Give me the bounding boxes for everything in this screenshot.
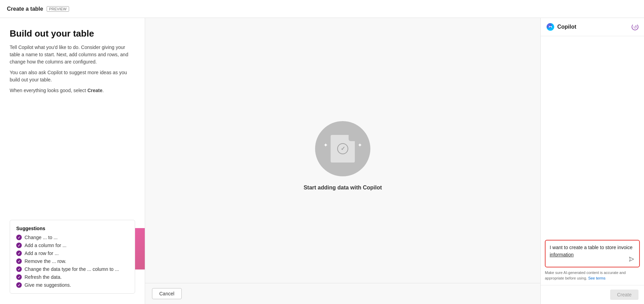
desc-3-suffix: .: [103, 88, 104, 93]
check-icon: [16, 251, 22, 256]
suggestion-text: Change the data type for the ... column …: [25, 266, 119, 272]
suggestion-text: Change ... to ...: [25, 235, 58, 240]
center-bottom-bar: Cancel: [145, 283, 540, 304]
document-icon: [331, 135, 355, 163]
left-panel-heading: Build out your table: [10, 28, 135, 39]
desc-3-prefix: When everything looks good, select: [10, 88, 87, 93]
create-button[interactable]: Create: [610, 290, 638, 300]
description-para-2: You can also ask Copilot to suggest more…: [10, 69, 135, 84]
right-panel: Copilot ↺ I want to create a table to st…: [540, 18, 644, 304]
disclaimer-text: Make sure AI-generated content is accura…: [545, 271, 626, 280]
check-icon: [16, 282, 22, 288]
see-terms-link[interactable]: See terms: [588, 276, 605, 280]
copilot-logo-icon: [546, 23, 555, 31]
checkmark-icon: [337, 143, 348, 154]
desc-3-bold: Create: [87, 88, 103, 93]
left-panel: Build out your table Tell Copilot what y…: [0, 18, 145, 304]
send-button[interactable]: [627, 256, 636, 264]
check-icon: [16, 266, 22, 272]
check-icon: [16, 235, 22, 240]
copilot-title: Copilot: [557, 24, 576, 30]
preview-badge: PREVIEW: [47, 6, 69, 12]
copilot-body: I want to create a table to store invoic…: [541, 36, 644, 285]
main-layout: Build out your table Tell Copilot what y…: [0, 18, 644, 304]
input-text-part1: I want to create a table to store invoic…: [550, 245, 633, 250]
refresh-icon[interactable]: ↺: [632, 23, 638, 30]
page-title: Create a table: [7, 6, 43, 12]
check-icon: [16, 258, 22, 264]
list-item: Change the data type for the ... column …: [16, 266, 129, 272]
suggestion-text: Remove the ... row.: [25, 258, 66, 264]
check-icon: [16, 274, 22, 280]
svg-point-1: [549, 26, 550, 27]
copilot-title-row: Copilot: [546, 23, 576, 31]
send-icon: [629, 256, 634, 262]
copilot-input-area[interactable]: I want to create a table to store invoic…: [545, 240, 640, 267]
list-item: Refresh the data.: [16, 274, 129, 280]
left-panel-description: Tell Copilot what you'd like to do. Cons…: [10, 44, 135, 98]
center-icon-circle: ✦ ✦: [315, 121, 370, 176]
right-panel-bottom: Create: [541, 285, 644, 304]
list-item: Add a row for ...: [16, 251, 129, 256]
center-label: Start adding data with Copilot: [304, 185, 382, 191]
description-para-1: Tell Copilot what you'd like to do. Cons…: [10, 44, 135, 66]
suggestions-title: Suggestions: [16, 226, 129, 231]
svg-point-0: [547, 23, 554, 31]
copilot-input-text: I want to create a table to store invoic…: [550, 244, 635, 258]
list-item: Change ... to ...: [16, 235, 129, 240]
sparkle-icon: ✦: [358, 142, 362, 148]
copilot-disclaimer: Make sure AI-generated content is accura…: [545, 270, 640, 281]
list-item: Remove the ... row.: [16, 258, 129, 264]
sparkle-icon: ✦: [323, 142, 328, 148]
suggestion-text: Give me suggestions.: [25, 282, 71, 288]
center-panel: ✦ ✦ Start adding data with Copilot Cance…: [145, 18, 540, 304]
svg-point-2: [551, 26, 552, 27]
list-item: Give me suggestions.: [16, 282, 129, 288]
suggestions-box: Suggestions Change ... to ... Add a colu…: [10, 220, 135, 294]
description-para-3: When everything looks good, select Creat…: [10, 87, 135, 94]
suggestion-text: Add a column for ...: [25, 243, 66, 248]
check-icon: [16, 243, 22, 248]
list-item: Add a column for ...: [16, 243, 129, 248]
copilot-header: Copilot ↺: [541, 18, 644, 36]
input-text-underline: information: [550, 252, 574, 257]
suggestion-text: Refresh the data.: [25, 274, 61, 280]
page-header: Create a table PREVIEW: [0, 0, 644, 18]
suggestion-text: Add a row for ...: [25, 251, 59, 256]
cancel-button[interactable]: Cancel: [152, 288, 182, 299]
